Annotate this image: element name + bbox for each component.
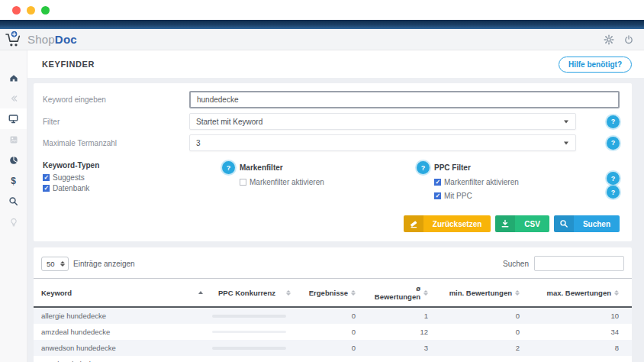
cell-ppc-konkurrenz — [211, 307, 298, 324]
cell-max-bewertungen: 34 — [527, 324, 632, 340]
column-header-keyword[interactable]: Keyword — [34, 279, 211, 308]
collapse-icon — [9, 94, 18, 103]
cell-max-bewertungen: 8 — [527, 340, 632, 356]
sidebar-item-pricing[interactable]: $ — [0, 170, 27, 191]
checkbox-datenbank-label: Datenbank — [53, 184, 89, 192]
page-length-select[interactable]: 50 — [41, 257, 69, 271]
cell-avg-bewertungen: 3 — [363, 340, 436, 356]
sidebar-item-ideas[interactable] — [0, 212, 27, 232]
sidebar: $ — [0, 50, 27, 362]
sidebar-item-collapse[interactable] — [0, 88, 27, 108]
sidebar-item-search[interactable] — [0, 191, 27, 212]
cell-max-bewertungen — [527, 356, 632, 362]
filter-help-button[interactable]: ? — [607, 115, 620, 128]
table-row[interactable]: auto hundedecke 9099 62 0 — [34, 356, 632, 362]
home-icon — [9, 73, 18, 82]
search-icon — [8, 196, 18, 206]
sidebar-item-media[interactable] — [0, 129, 27, 150]
sort-both-icon — [423, 290, 428, 296]
cell-keyword: auto hundedecke — [34, 356, 211, 362]
brand-filter-section: ? Markenfilter Markenfilter aktivieren — [222, 161, 417, 205]
checkbox-ppc-brand-filter[interactable]: Markenfilter aktivieren — [434, 178, 620, 186]
cell-ergebnisse: 9099 — [298, 356, 363, 362]
ppc-competition-bar — [212, 347, 286, 350]
ppc-brand-filter-help-button[interactable]: ? — [607, 172, 620, 185]
sort-both-icon — [515, 290, 520, 296]
power-icon[interactable] — [624, 35, 633, 44]
table-row[interactable]: allergie hundedecke 0 1 0 10 — [34, 307, 632, 324]
cell-ppc-konkurrenz — [211, 356, 298, 362]
checkbox-datenbank-box[interactable] — [43, 185, 50, 192]
checkbox-brand-filter-label: Markenfilter aktivieren — [250, 178, 324, 186]
cell-max-bewertungen: 10 — [527, 307, 632, 324]
reset-button[interactable]: Zurücksetzen — [404, 215, 491, 232]
need-help-button[interactable]: Hilfe benötigt? — [559, 57, 632, 73]
zoom-window-button[interactable] — [41, 6, 50, 15]
checkbox-suggests-box[interactable] — [43, 174, 50, 181]
search-button[interactable]: Suchen — [554, 215, 620, 232]
cell-ppc-konkurrenz — [211, 340, 298, 356]
checkbox-suggests-label: Suggests — [53, 173, 85, 182]
brand-name: ShopDoc — [27, 33, 77, 46]
cell-avg-bewertungen: 12 — [363, 324, 436, 340]
sidebar-item-home[interactable] — [0, 67, 27, 88]
keyword-types-section: Keyword-Typen Suggests Datenbank — [43, 161, 222, 205]
max-terms-help-button[interactable]: ? — [607, 137, 620, 150]
keyword-label: Keyword eingeben — [43, 95, 189, 104]
cell-ppc-konkurrenz — [211, 324, 298, 340]
cell-min-bewertungen: 0 — [436, 356, 527, 362]
column-header-min-bewertungen[interactable]: min. Bewertungen — [436, 279, 527, 308]
sort-both-icon — [286, 290, 291, 296]
cell-ergebnisse: 0 — [298, 307, 363, 324]
filter-select[interactable]: Startet mit Keyword — [189, 113, 576, 130]
checkbox-mit-ppc-label: Mit PPC — [444, 192, 472, 200]
column-header-max-bewertungen[interactable]: max. Bewertungen — [527, 279, 632, 308]
checkbox-mit-ppc-box[interactable] — [434, 192, 441, 199]
monitor-icon — [8, 114, 18, 124]
checkbox-mit-ppc[interactable]: Mit PPC — [434, 192, 620, 200]
image-icon — [9, 135, 18, 144]
sidebar-item-analytics[interactable] — [0, 150, 27, 170]
table-row[interactable]: amzdeal hundedecke 0 12 0 34 — [34, 324, 632, 340]
brand-filter-help-button[interactable]: ? — [222, 161, 235, 174]
checkbox-suggests[interactable]: Suggests — [43, 173, 222, 182]
close-window-button[interactable] — [12, 6, 21, 15]
select-spinner-icon — [60, 261, 65, 267]
cell-keyword: amzdeal hundedecke — [34, 324, 211, 340]
sort-asc-icon — [198, 291, 203, 294]
table-search-input[interactable] — [534, 256, 624, 271]
checkbox-brand-filter-box[interactable] — [240, 179, 246, 186]
filter-label: Filter — [43, 118, 189, 126]
brand-logo[interactable]: ShopDoc — [5, 31, 77, 48]
csv-export-button[interactable]: CSV — [495, 215, 549, 232]
cart-logo-icon — [5, 31, 24, 48]
column-header-ppc-konkurrenz[interactable]: PPC Konkurrenz — [211, 279, 298, 308]
mit-ppc-help-button[interactable]: ? — [607, 186, 620, 199]
minimize-window-button[interactable] — [27, 6, 35, 15]
sidebar-item-keyfinder[interactable] — [0, 108, 27, 129]
column-header-ergebnisse[interactable]: Ergebnisse — [298, 279, 363, 308]
checkbox-datenbank[interactable]: Datenbank — [43, 184, 222, 192]
reset-button-label: Zurücksetzen — [423, 220, 491, 228]
gear-icon[interactable] — [604, 34, 614, 45]
max-terms-label: Maximale Termanzahl — [43, 139, 189, 147]
entries-label: Einträge anzeigen — [73, 260, 135, 268]
cell-avg-bewertungen: 62 — [363, 356, 436, 362]
ppc-competition-bar — [212, 331, 286, 333]
table-row[interactable]: anwedson hundedecke 0 3 2 8 — [34, 340, 632, 356]
keyword-input[interactable] — [189, 91, 620, 108]
checkbox-ppc-brand-filter-box[interactable] — [434, 179, 441, 186]
checkbox-brand-filter[interactable]: Markenfilter aktivieren — [240, 178, 417, 186]
ppc-filter-help-button[interactable]: ? — [417, 161, 430, 174]
csv-button-label: CSV — [515, 220, 549, 228]
page-length-value: 50 — [47, 260, 55, 268]
table-body: allergie hundedecke 0 1 0 10 amzdeal hun… — [34, 307, 632, 362]
download-icon — [495, 215, 515, 232]
app-header: ShopDoc — [0, 29, 644, 50]
search-button-label: Suchen — [574, 220, 620, 228]
max-terms-select-value: 3 — [196, 139, 201, 147]
max-terms-select[interactable]: 3 — [189, 134, 576, 151]
ppc-filter-section: ? PPC Filter Markenfilter aktivieren Mit… — [417, 161, 620, 205]
column-header-avg-bewertungen[interactable]: ø Bewertungen — [363, 279, 436, 308]
page-header: KEYFINDER Hilfe benötigt? — [27, 50, 644, 78]
